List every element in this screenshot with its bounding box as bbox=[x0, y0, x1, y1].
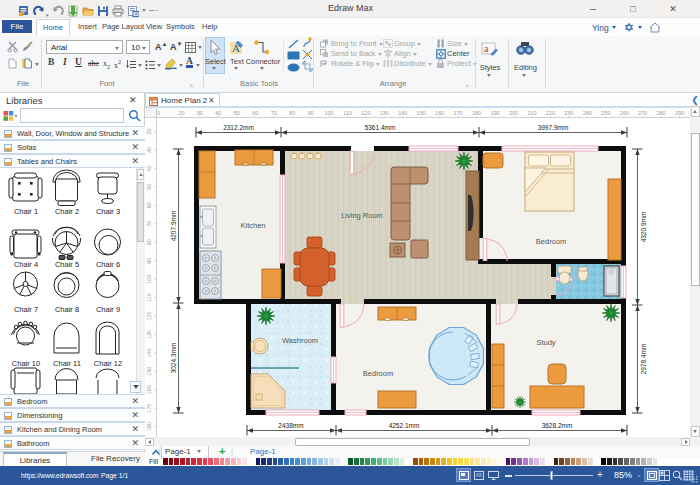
svg-text:4320.9mm: 4320.9mm bbox=[640, 212, 647, 243]
svg-text:140: 140 bbox=[398, 110, 407, 116]
svg-text:210: 210 bbox=[527, 110, 536, 116]
svg-text:180: 180 bbox=[146, 422, 152, 431]
svg-text:30: 30 bbox=[146, 147, 152, 153]
svg-text:220: 220 bbox=[546, 110, 555, 116]
svg-text:20: 20 bbox=[178, 110, 184, 116]
svg-text:290: 290 bbox=[675, 110, 684, 116]
svg-text:130: 130 bbox=[380, 110, 389, 116]
svg-text:40: 40 bbox=[215, 110, 221, 116]
svg-text:3024.3mm: 3024.3mm bbox=[170, 343, 177, 374]
svg-text:190: 190 bbox=[490, 110, 499, 116]
svg-text:240: 240 bbox=[583, 110, 592, 116]
svg-text:4252.1mm: 4252.1mm bbox=[389, 422, 420, 429]
svg-text:Living Room: Living Room bbox=[341, 211, 383, 220]
svg-text:50: 50 bbox=[234, 110, 240, 116]
svg-text:90: 90 bbox=[307, 110, 313, 116]
svg-text:50: 50 bbox=[146, 184, 152, 190]
svg-text:3628.2mm: 3628.2mm bbox=[542, 422, 573, 429]
svg-text:280: 280 bbox=[657, 110, 666, 116]
svg-text:Washroom: Washroom bbox=[282, 336, 318, 345]
svg-text:3997.9mm: 3997.9mm bbox=[538, 124, 569, 131]
svg-text:2312.2mm: 2312.2mm bbox=[223, 124, 254, 131]
svg-text:140: 140 bbox=[146, 348, 152, 357]
svg-text:30: 30 bbox=[197, 110, 203, 116]
svg-text:Study: Study bbox=[536, 338, 555, 347]
svg-text:170: 170 bbox=[146, 404, 152, 413]
svg-text:40: 40 bbox=[146, 165, 152, 171]
svg-text:100: 100 bbox=[324, 110, 333, 116]
svg-text:100: 100 bbox=[146, 275, 152, 284]
svg-text:170: 170 bbox=[454, 110, 463, 116]
svg-text:Kitchen: Kitchen bbox=[240, 221, 265, 230]
svg-text:70: 70 bbox=[146, 221, 152, 227]
svg-text:Bedroom: Bedroom bbox=[536, 237, 566, 246]
svg-text:20: 20 bbox=[146, 128, 152, 134]
svg-text:0: 0 bbox=[157, 110, 160, 116]
svg-text:80: 80 bbox=[146, 239, 152, 245]
svg-text:160: 160 bbox=[146, 385, 152, 394]
svg-text:180: 180 bbox=[472, 110, 481, 116]
svg-text:270: 270 bbox=[638, 110, 647, 116]
svg-text:70: 70 bbox=[271, 110, 277, 116]
svg-text:90: 90 bbox=[146, 258, 152, 264]
svg-text:130: 130 bbox=[146, 330, 152, 339]
svg-text:110: 110 bbox=[146, 293, 152, 302]
svg-text:2978.4mm: 2978.4mm bbox=[640, 344, 647, 375]
svg-text:160: 160 bbox=[435, 110, 444, 116]
svg-text:250: 250 bbox=[601, 110, 610, 116]
svg-text:110: 110 bbox=[343, 110, 352, 116]
svg-text:230: 230 bbox=[564, 110, 573, 116]
svg-text:120: 120 bbox=[146, 311, 152, 320]
svg-text:60: 60 bbox=[146, 202, 152, 208]
svg-text:5361.4mm: 5361.4mm bbox=[365, 124, 396, 131]
svg-text:a: a bbox=[484, 43, 489, 54]
svg-text:150: 150 bbox=[146, 367, 152, 376]
svg-text:4207.9mm: 4207.9mm bbox=[170, 211, 177, 242]
svg-text:Bedroom: Bedroom bbox=[363, 369, 393, 378]
svg-text:120: 120 bbox=[361, 110, 370, 116]
svg-text:60: 60 bbox=[252, 110, 258, 116]
svg-text:200: 200 bbox=[509, 110, 518, 116]
svg-text:2438mm: 2438mm bbox=[278, 422, 303, 429]
svg-text:150: 150 bbox=[417, 110, 426, 116]
svg-text:80: 80 bbox=[289, 110, 295, 116]
svg-text:260: 260 bbox=[620, 110, 629, 116]
